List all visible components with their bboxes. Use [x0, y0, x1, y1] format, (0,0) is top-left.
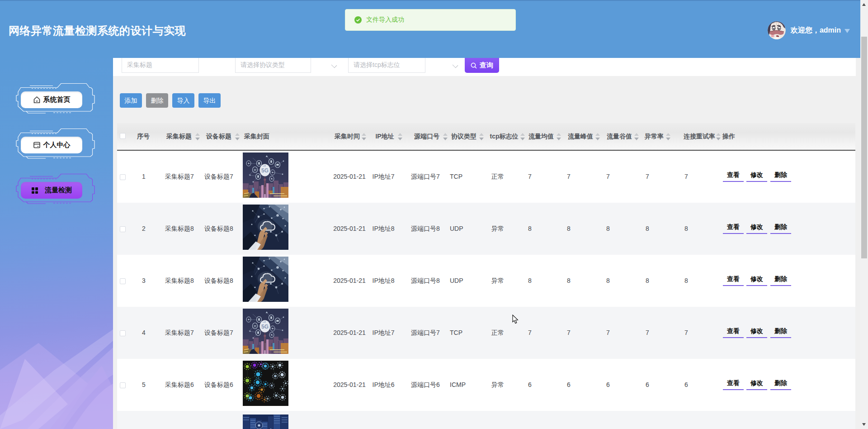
svg-text:5G: 5G: [261, 167, 269, 174]
svg-text:5G: 5G: [261, 324, 269, 330]
